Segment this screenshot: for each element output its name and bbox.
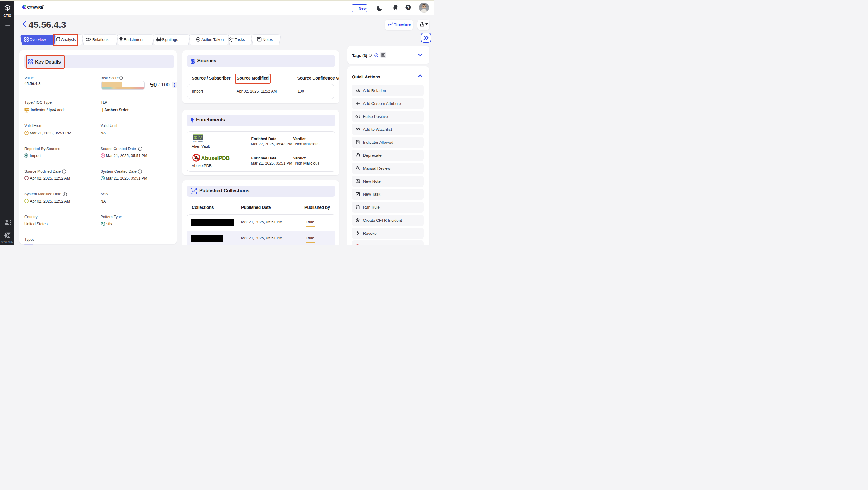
svg-text:ALIEN VAULT: ALIEN VAULT — [193, 141, 203, 142]
svg-text:V: V — [199, 135, 202, 140]
svg-text:Tasks: Tasks — [235, 37, 245, 42]
svg-text:Relations: Relations — [92, 37, 109, 42]
svg-text:Notes: Notes — [262, 37, 273, 42]
svg-text:TM: TM — [42, 5, 44, 6]
svg-text:?: ? — [407, 5, 410, 10]
svg-text:CYWARE: CYWARE — [27, 5, 43, 10]
svg-text:Sightings: Sightings — [162, 37, 178, 42]
svg-text:Enrichment: Enrichment — [124, 37, 144, 42]
svg-text:IPv4: IPv4 — [25, 109, 29, 111]
svg-text:Action Taken: Action Taken — [201, 37, 224, 42]
svg-text:Overview: Overview — [30, 37, 46, 42]
